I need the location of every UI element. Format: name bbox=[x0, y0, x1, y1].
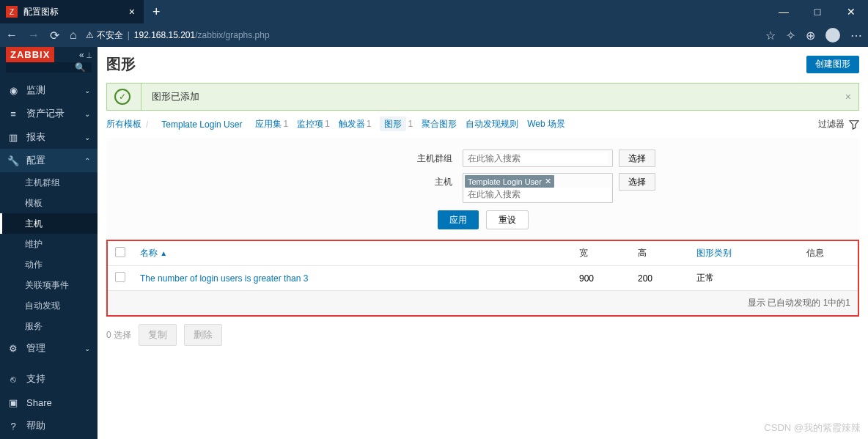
template-link[interactable]: Template Login User bbox=[161, 119, 242, 130]
sidebar: ZABBIX « ⟂ 🔍 ◉监测⌄≡资产记录⌄▥报表⌄🔧配置⌃主机群组模板主机维… bbox=[0, 47, 98, 439]
breadcrumb: 所有模板 / Template Login User 应用集1监控项1触发器1图… bbox=[106, 118, 859, 130]
forward-button[interactable]: → bbox=[28, 29, 40, 42]
menu-icon: 🔧 bbox=[7, 155, 19, 166]
submenu-服务[interactable]: 服务 bbox=[0, 316, 98, 336]
col-info: 信息 bbox=[799, 241, 858, 266]
remove-tag-icon[interactable]: ✕ bbox=[545, 177, 551, 186]
crumb-触发器[interactable]: 触发器 bbox=[339, 119, 365, 129]
menu-icon: ▥ bbox=[7, 132, 19, 143]
window-controls: — □ ✕ bbox=[767, 0, 868, 23]
bottom-item-1[interactable]: ▣Share bbox=[0, 391, 98, 414]
graph-link[interactable]: The number of login users is greater tha… bbox=[140, 273, 308, 284]
bottom-item-2[interactable]: ?帮助 bbox=[0, 414, 98, 438]
crumb-应用集[interactable]: 应用集 bbox=[255, 119, 282, 129]
selected-count: 0 选择 bbox=[106, 329, 131, 342]
filter-panel: 主机群组 选择 主机 Template Login User✕ 选择 应用 重设 bbox=[106, 138, 859, 240]
host-select-button[interactable]: 选择 bbox=[619, 173, 655, 191]
main-content: 图形 创建图形 ✓ 图形已添加 × 所有模板 / Template Login … bbox=[98, 47, 868, 439]
chevron-icon: ⌃ bbox=[84, 157, 90, 165]
submenu-主机[interactable]: 主机 bbox=[0, 213, 98, 234]
back-button[interactable]: ← bbox=[6, 29, 18, 42]
check-icon: ✓ bbox=[114, 89, 130, 105]
crumb-图形[interactable]: 图形 bbox=[380, 117, 406, 131]
minimize-button[interactable]: — bbox=[767, 0, 801, 23]
funnel-icon bbox=[849, 119, 859, 130]
home-button[interactable]: ⌂ bbox=[70, 29, 77, 42]
submenu-维护[interactable]: 维护 bbox=[0, 234, 98, 254]
host-label: 主机 bbox=[310, 173, 457, 188]
close-tab-icon[interactable]: × bbox=[126, 6, 138, 18]
address-bar: ← → ⟳ ⌂ ⚠ 不安全 | 192.168.15.201/zabbix/gr… bbox=[0, 23, 868, 47]
delete-button[interactable]: 删除 bbox=[184, 324, 222, 346]
col-width: 宽 bbox=[572, 241, 630, 266]
refresh-button[interactable]: ⟳ bbox=[50, 29, 59, 43]
close-message-icon[interactable]: × bbox=[845, 91, 851, 103]
success-message: ✓ 图形已添加 × bbox=[106, 83, 859, 111]
all-templates-link[interactable]: 所有模板 bbox=[106, 118, 141, 130]
bottom-item-0[interactable]: ⎋支持 bbox=[0, 367, 98, 391]
menu-icon: ◉ bbox=[7, 85, 19, 96]
new-tab-button[interactable]: + bbox=[144, 4, 169, 20]
host-search-input[interactable] bbox=[465, 188, 611, 201]
more-icon[interactable]: ⋯ bbox=[850, 29, 862, 43]
success-text: 图形已添加 bbox=[141, 84, 199, 110]
sidebar-item-3[interactable]: 🔧配置⌃ bbox=[0, 149, 98, 172]
tab-title: 配置图标 bbox=[23, 6, 126, 18]
close-window-button[interactable]: ✕ bbox=[834, 0, 868, 23]
chevron-icon: ⌄ bbox=[84, 133, 90, 141]
sidebar-item-2[interactable]: ▥报表⌄ bbox=[0, 125, 98, 149]
bulk-actions: 0 选择 复制 删除 bbox=[106, 324, 859, 346]
reset-button[interactable]: 重设 bbox=[486, 210, 529, 229]
table-footer: 显示 已自动发现的 1中的1 bbox=[108, 291, 858, 315]
submenu-主机群组[interactable]: 主机群组 bbox=[0, 172, 98, 193]
selected-host-tag[interactable]: Template Login User✕ bbox=[465, 175, 554, 188]
chevron-icon: ⌄ bbox=[84, 110, 90, 118]
submenu-关联项事件[interactable]: 关联项事件 bbox=[0, 275, 98, 295]
sidebar-item-4[interactable]: ⚙管理⌄ bbox=[0, 336, 98, 360]
filter-toggle[interactable]: 过滤器 bbox=[818, 118, 859, 130]
copy-button[interactable]: 复制 bbox=[139, 324, 177, 346]
insecure-badge[interactable]: ⚠ 不安全 bbox=[86, 29, 123, 42]
page-title: 图形 bbox=[106, 54, 136, 74]
collections-icon[interactable]: ⊕ bbox=[806, 29, 815, 43]
crumb-Web 场景[interactable]: Web 场景 bbox=[527, 119, 565, 129]
collapse-sidebar-icon[interactable]: « ⟂ bbox=[79, 50, 92, 60]
select-all-checkbox[interactable] bbox=[115, 247, 125, 257]
hostgroup-label: 主机群组 bbox=[310, 152, 457, 165]
crumb-聚合图形[interactable]: 聚合图形 bbox=[422, 119, 457, 129]
sidebar-search[interactable]: 🔍 bbox=[6, 62, 92, 73]
submenu-动作[interactable]: 动作 bbox=[0, 254, 98, 275]
zabbix-favicon: Z bbox=[6, 6, 18, 18]
chevron-icon: ⌄ bbox=[84, 344, 90, 353]
menu-icon: ⎋ bbox=[7, 374, 19, 385]
sort-asc-icon: ▲ bbox=[160, 249, 167, 257]
chevron-icon: ⌄ bbox=[84, 86, 90, 95]
hostgroup-input[interactable] bbox=[463, 150, 613, 167]
row-checkbox[interactable] bbox=[115, 272, 125, 282]
crumb-监控项[interactable]: 监控项 bbox=[297, 119, 323, 129]
crumb-自动发现规则[interactable]: 自动发现规则 bbox=[466, 119, 518, 129]
search-icon: 🔍 bbox=[75, 62, 86, 73]
apply-button[interactable]: 应用 bbox=[438, 210, 479, 229]
create-graph-button[interactable]: 创建图形 bbox=[806, 56, 859, 73]
favorites-bar-icon[interactable]: ✧ bbox=[786, 29, 795, 43]
browser-tab-bar: Z 配置图标 × + — □ ✕ bbox=[0, 0, 868, 23]
host-multiselect[interactable]: Template Login User✕ bbox=[463, 173, 613, 203]
submenu-自动发现[interactable]: 自动发现 bbox=[0, 295, 98, 316]
sidebar-item-1[interactable]: ≡资产记录⌄ bbox=[0, 102, 98, 125]
url-display[interactable]: 192.168.15.201/zabbix/graphs.php bbox=[134, 30, 270, 40]
sidebar-item-0[interactable]: ◉监测⌄ bbox=[0, 78, 98, 102]
menu-icon: ? bbox=[7, 421, 19, 432]
col-name[interactable]: 名称 ▲ bbox=[133, 241, 572, 266]
profile-avatar[interactable] bbox=[825, 28, 840, 43]
menu-icon: ⚙ bbox=[7, 343, 19, 354]
submenu-模板[interactable]: 模板 bbox=[0, 193, 98, 213]
favorite-icon[interactable]: ☆ bbox=[765, 29, 776, 43]
hostgroup-select-button[interactable]: 选择 bbox=[619, 150, 655, 167]
maximize-button[interactable]: □ bbox=[801, 0, 834, 23]
graphs-table-highlight: 名称 ▲ 宽 高 图形类别 信息 The number of login use… bbox=[106, 240, 859, 317]
browser-tab[interactable]: Z 配置图标 × bbox=[0, 0, 144, 23]
zabbix-logo[interactable]: ZABBIX bbox=[6, 47, 54, 62]
graphs-table: 名称 ▲ 宽 高 图形类别 信息 The number of login use… bbox=[108, 241, 858, 291]
col-type[interactable]: 图形类别 bbox=[689, 241, 799, 266]
